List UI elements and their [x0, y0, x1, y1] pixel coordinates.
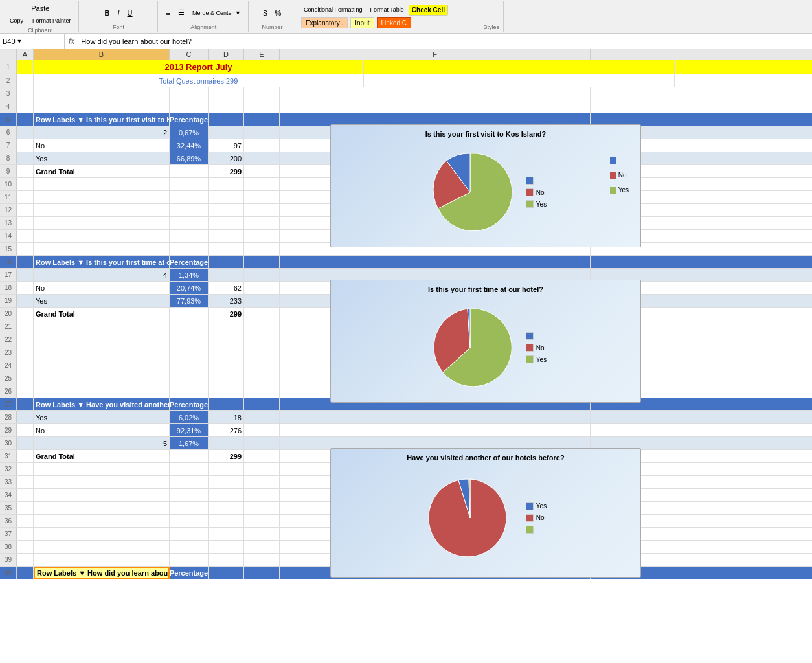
cell-10e[interactable] — [244, 178, 280, 190]
cell-27e[interactable] — [244, 398, 280, 410]
cell-38c[interactable] — [170, 541, 209, 553]
cell-17a[interactable] — [17, 269, 34, 281]
cell-33e[interactable] — [244, 476, 280, 488]
cell-15b[interactable] — [34, 243, 170, 255]
col-header-f[interactable]: F — [280, 49, 591, 60]
cell-17c[interactable]: 1,34% — [170, 269, 209, 281]
format-painter-button[interactable]: Format Painter — [29, 16, 74, 26]
cell-24b[interactable] — [34, 359, 170, 372]
cell-23b[interactable] — [34, 346, 170, 359]
cell-21b[interactable] — [34, 320, 170, 333]
cell-18b[interactable]: No — [34, 282, 170, 294]
formula-input[interactable] — [78, 38, 812, 45]
cell-32a[interactable] — [17, 463, 34, 475]
cell-16e[interactable] — [244, 256, 280, 268]
cell-26b[interactable] — [34, 385, 170, 398]
chart-3[interactable]: Have you visited another of our hotels b… — [330, 448, 641, 578]
cell-3b[interactable] — [34, 87, 170, 100]
cell-28c[interactable]: 6,02% — [170, 411, 209, 423]
cell-30e[interactable] — [244, 437, 280, 449]
cell-40a[interactable] — [17, 567, 34, 579]
cell-28d[interactable]: 18 — [209, 411, 244, 423]
cell-30c[interactable]: 1,67% — [170, 437, 209, 449]
cell-27c[interactable]: Percentage — [170, 398, 209, 410]
cell-11b[interactable] — [34, 191, 170, 203]
cell-16f[interactable] — [280, 256, 591, 268]
cell-35d[interactable] — [209, 502, 244, 514]
cell-19b[interactable]: Yes — [34, 295, 170, 307]
cell-19a[interactable] — [17, 295, 34, 307]
cell-34d[interactable] — [209, 489, 244, 501]
merge-center-button[interactable]: Merge & Center ▼ — [189, 8, 244, 18]
cell-30d[interactable] — [209, 437, 244, 449]
col-header-e[interactable]: E — [244, 49, 280, 60]
cell-39d[interactable] — [209, 554, 244, 566]
cell-38b[interactable] — [34, 541, 170, 553]
cell-37a[interactable] — [17, 528, 34, 540]
name-box[interactable]: B40 ▼ — [0, 34, 65, 49]
cell-9c[interactable] — [170, 165, 209, 177]
cell-2f[interactable] — [364, 74, 675, 87]
cell-2a[interactable] — [17, 74, 34, 87]
cell-28e[interactable] — [244, 411, 280, 423]
cell-20e[interactable] — [244, 308, 280, 320]
cell-11e[interactable] — [244, 191, 280, 203]
cell-9a[interactable] — [17, 165, 34, 177]
cell-15d[interactable] — [209, 243, 244, 255]
col-header-d[interactable]: D — [209, 49, 244, 60]
cell-5c[interactable]: Percentage — [170, 113, 209, 126]
cell-23a[interactable] — [17, 346, 34, 359]
cell-3d[interactable] — [209, 87, 244, 100]
cell-25e[interactable] — [244, 372, 280, 385]
cell-6e[interactable] — [244, 126, 280, 139]
cell-32e[interactable] — [244, 463, 280, 475]
cell-24a[interactable] — [17, 359, 34, 372]
cell-15a[interactable] — [17, 243, 34, 255]
cell-31d[interactable]: 299 — [209, 450, 244, 462]
cell-24e[interactable] — [244, 359, 280, 372]
cell-38e[interactable] — [244, 541, 280, 553]
paste-button[interactable]: Paste — [28, 3, 52, 14]
cell-10d[interactable] — [209, 178, 244, 190]
cell-6a[interactable] — [17, 126, 34, 139]
cell-39e[interactable] — [244, 554, 280, 566]
chart-2[interactable]: Is this your first time at our hotel? No — [330, 280, 641, 403]
cell-22c[interactable] — [170, 333, 209, 346]
cell-31a[interactable] — [17, 450, 34, 462]
cell-38a[interactable] — [17, 541, 34, 553]
cell-13b[interactable] — [34, 217, 170, 229]
cell-23d[interactable] — [209, 346, 244, 359]
cell-39c[interactable] — [170, 554, 209, 566]
cell-29d[interactable]: 276 — [209, 424, 244, 436]
cell-37d[interactable] — [209, 528, 244, 540]
cell-32c[interactable] — [170, 463, 209, 475]
cell-20c[interactable] — [170, 308, 209, 320]
cell-7d[interactable]: 97 — [209, 139, 244, 152]
cell-20d[interactable]: 299 — [209, 308, 244, 320]
cell-14e[interactable] — [244, 230, 280, 242]
cell-15e[interactable] — [244, 243, 280, 255]
cell-31c[interactable] — [170, 450, 209, 462]
cell-21c[interactable] — [170, 320, 209, 333]
cell-1b[interactable]: 2013 Report July — [34, 60, 364, 74]
align-left-button[interactable]: ≡ — [163, 7, 174, 19]
cell-27b[interactable]: Row Labels ▼ Have you visited another of… — [34, 398, 170, 410]
cell-33a[interactable] — [17, 476, 34, 488]
cell-25d[interactable] — [209, 372, 244, 385]
cell-17e[interactable] — [244, 269, 280, 281]
cell-9b[interactable]: Grand Total — [34, 165, 170, 177]
cell-6d[interactable] — [209, 126, 244, 139]
cell-23c[interactable] — [170, 346, 209, 359]
col-header-c[interactable]: C — [170, 49, 209, 60]
cell-12b[interactable] — [34, 204, 170, 216]
cell-35c[interactable] — [170, 502, 209, 514]
cell-4e[interactable] — [244, 100, 280, 113]
cell-12d[interactable] — [209, 204, 244, 216]
cell-10b[interactable] — [34, 178, 170, 190]
cell-3e[interactable] — [244, 87, 280, 100]
cell-13e[interactable] — [244, 217, 280, 229]
cell-20a[interactable] — [17, 308, 34, 320]
cell-33b[interactable] — [34, 476, 170, 488]
cell-4f[interactable] — [280, 100, 591, 113]
cell-11d[interactable] — [209, 191, 244, 203]
